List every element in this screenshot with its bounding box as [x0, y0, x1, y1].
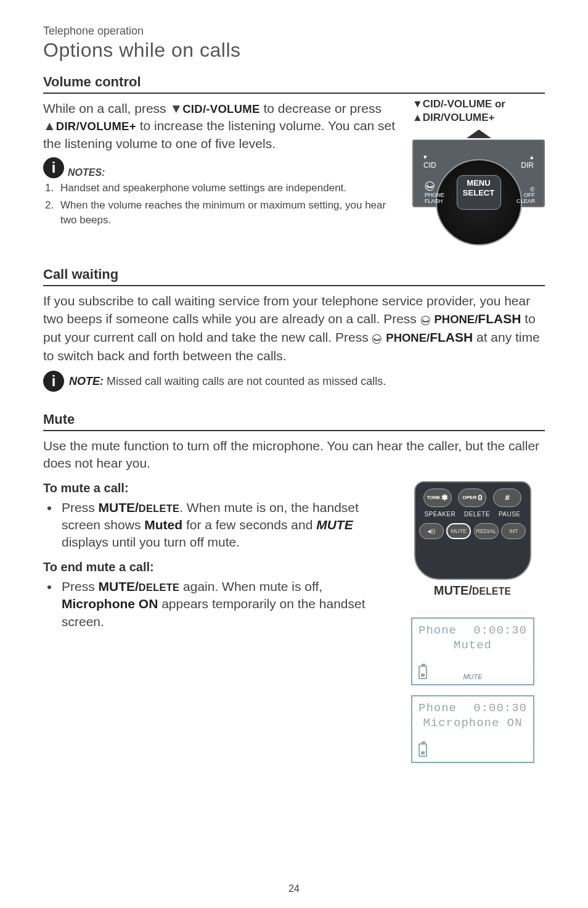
info-icon: i	[43, 371, 64, 392]
lcd2-status: Microphone ON	[419, 716, 527, 730]
delete-label: DELETE	[464, 511, 490, 518]
dir-label: ▴ DIR	[521, 153, 534, 170]
header-category: Telephone operation	[43, 25, 545, 38]
note-text: Missed call waiting calls are not counte…	[104, 375, 386, 387]
up-arrow-icon	[467, 130, 491, 138]
note-label: NOTE:	[69, 375, 104, 387]
lcd1-phone: Phone	[419, 624, 457, 637]
speaker-key: ◀))	[419, 523, 444, 539]
section-call-waiting: Call waiting	[43, 266, 545, 286]
lcd2-phone: Phone	[419, 701, 457, 715]
notes-header: i NOTES:	[43, 157, 401, 178]
lcd1-time: 0:00:30	[473, 624, 527, 637]
star-key: TONE✱	[423, 489, 452, 507]
hash-key: #	[493, 489, 521, 507]
mute-delete-caption: MUTE/DELETE	[400, 584, 545, 598]
cid-label: ▾ CID	[423, 153, 436, 170]
triangle-up-icon: ▲	[412, 112, 423, 123]
triangle-down-icon: ▼	[412, 98, 423, 110]
page-title: Options while on calls	[43, 39, 545, 62]
mute-key: MUTE	[446, 523, 471, 539]
volume-illustration-block: ▼CID/-VOLUME or ▲DIR/VOLUME+ ▾ CID ▴ DIR…	[412, 97, 545, 207]
redial-key: REDIAL	[474, 523, 499, 539]
lcd2-time: 0:00:30	[473, 701, 527, 715]
mute-illustration-column: TONE✱ OPER0 # SPEAKER DELETE PAUSE ◀)) M…	[400, 481, 545, 763]
section-mute: Mute	[43, 411, 545, 431]
battery-icon	[419, 666, 427, 679]
lcd1-status: Muted	[419, 638, 527, 652]
zero-key: OPER0	[458, 489, 486, 507]
off-clear-label: ✆ OFFCLEAR	[517, 187, 535, 205]
phone-flash-label: ✆ PHONEFLASH	[425, 179, 444, 205]
caption-dir-volume: DIR/VOLUME+	[423, 112, 495, 123]
page-number: 24	[288, 883, 300, 894]
call-waiting-paragraph: If you subscribe to call waiting service…	[43, 292, 545, 365]
call-waiting-note: i NOTE: Missed call waiting calls are no…	[43, 371, 545, 392]
battery-icon	[419, 743, 427, 757]
lcd-screen-mic-on: Phone 0:00:30 Microphone ON	[411, 695, 534, 763]
lcd1-softkey: MUTE	[463, 673, 482, 680]
caption-cid-volume: CID/-VOLUME	[423, 98, 492, 110]
volume-caption: ▼CID/-VOLUME or ▲DIR/VOLUME+	[412, 97, 545, 125]
lcd-screen-muted: Phone 0:00:30 Muted MUTE	[411, 617, 534, 685]
mute-intro: Use the mute function to turn off the mi…	[43, 437, 545, 473]
pointer-line	[472, 540, 473, 561]
section-volume-control: Volume control	[43, 74, 545, 94]
caption-or: or	[492, 98, 505, 110]
int-key: INT	[501, 523, 526, 539]
base-unit-illustration: ▾ CID ▴ DIR MENUSELECT ✆ PHONEFLASH ✆ OF…	[412, 127, 545, 207]
handset-illustration: TONE✱ OPER0 # SPEAKER DELETE PAUSE ◀)) M…	[414, 481, 531, 580]
page-header: Telephone operation Options while on cal…	[43, 25, 545, 62]
menu-select-button: MENUSELECT	[457, 175, 501, 210]
notes-label: NOTES:	[68, 167, 105, 178]
speaker-label: SPEAKER	[424, 511, 455, 518]
info-icon: i	[43, 157, 64, 178]
pause-label: PAUSE	[499, 511, 521, 518]
